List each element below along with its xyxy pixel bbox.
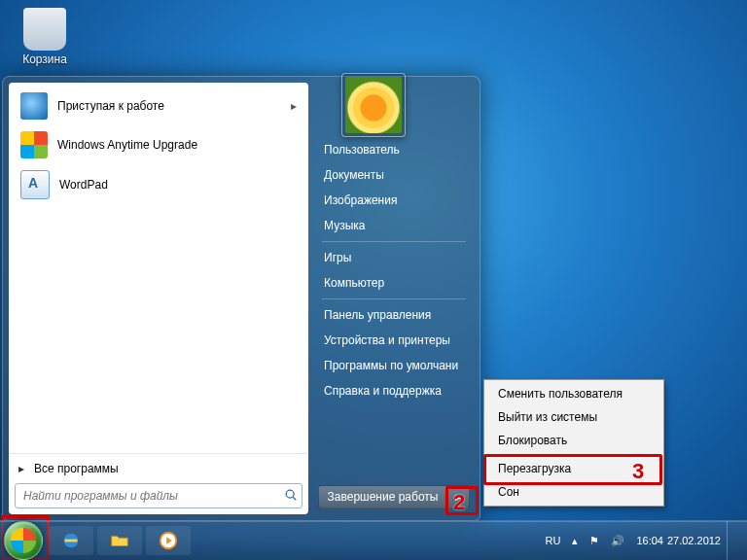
right-item-documents[interactable]: Документы	[312, 162, 476, 188]
program-item-anytime-upgrade[interactable]: Windows Anytime Upgrade	[13, 125, 304, 164]
tray-volume[interactable]: 🔊	[605, 521, 630, 560]
chevron-up-icon: ▴	[572, 535, 578, 547]
power-item-lock[interactable]: Блокировать	[486, 429, 661, 452]
right-item-devices[interactable]: Устройства и принтеры	[312, 328, 476, 353]
start-menu: Приступая к работе ▸ Windows Anytime Upg…	[2, 76, 480, 521]
wordpad-icon	[20, 170, 50, 199]
all-programs-label: Все программы	[34, 462, 119, 475]
search-box[interactable]	[15, 483, 302, 508]
shutdown-button[interactable]: Завершение работы	[318, 485, 446, 508]
separator	[322, 298, 466, 299]
taskbar: RU ▴ ⚑ 🔊 16:04 27.02.2012	[0, 520, 747, 560]
clock-time: 16:04	[636, 534, 663, 547]
tray-clock[interactable]: 16:04 27.02.2012	[630, 521, 727, 560]
desktop: Корзина Приступая к работе ▸ Windows Any…	[0, 0, 747, 560]
power-item-switch-user[interactable]: Сменить пользователя	[486, 382, 661, 405]
recycle-bin-label: Корзина	[16, 52, 74, 66]
flag-icon: ⚑	[589, 535, 599, 547]
taskbar-item-media-player[interactable]	[146, 526, 191, 555]
media-player-icon	[158, 530, 179, 551]
search-icon	[280, 488, 302, 505]
program-label: Приступая к работе	[57, 99, 164, 113]
tray-action-center[interactable]: ⚑	[584, 521, 605, 560]
all-programs-button[interactable]: ▸ Все программы	[9, 453, 308, 483]
right-item-computer[interactable]: Компьютер	[312, 270, 476, 296]
svg-line-1	[293, 497, 296, 500]
power-item-logoff[interactable]: Выйти из системы	[486, 405, 661, 429]
right-item-user[interactable]: Пользователь	[312, 137, 476, 162]
right-item-default-programs[interactable]: Программы по умолчани	[312, 353, 476, 378]
getting-started-icon	[20, 92, 48, 120]
power-options-menu: Сменить пользователя Выйти из системы Бл…	[483, 379, 664, 507]
program-label: WordPad	[59, 178, 108, 192]
annotation-marker-2: 2	[453, 490, 465, 515]
separator	[322, 241, 466, 242]
tray-language[interactable]: RU	[540, 521, 567, 560]
taskbar-item-ie[interactable]	[49, 526, 93, 555]
svg-point-0	[286, 490, 294, 498]
right-item-music[interactable]: Музыка	[312, 213, 476, 238]
submenu-arrow-icon: ▸	[291, 99, 297, 113]
triangle-right-icon: ▸	[18, 462, 24, 475]
shutdown-label: Завершение работы	[328, 490, 439, 504]
right-item-help[interactable]: Справка и поддержка	[312, 378, 476, 403]
user-picture-frame[interactable]	[341, 73, 406, 137]
search-input[interactable]	[16, 489, 280, 503]
program-item-wordpad[interactable]: WordPad	[13, 164, 304, 205]
taskbar-item-explorer[interactable]	[97, 526, 142, 555]
program-item-getting-started[interactable]: Приступая к работе ▸	[13, 87, 304, 125]
windows-anytime-icon	[20, 131, 48, 158]
speaker-icon: 🔊	[611, 535, 624, 547]
annotation-marker-3: 3	[632, 459, 644, 484]
system-tray: RU ▴ ⚑ 🔊 16:04 27.02.2012	[540, 521, 747, 560]
start-menu-right-pane: Пользователь Документы Изображения Музык…	[308, 77, 480, 520]
folder-icon	[109, 530, 130, 551]
right-item-pictures[interactable]: Изображения	[312, 188, 476, 213]
ie-icon	[60, 530, 82, 551]
clock-date: 27.02.2012	[667, 534, 721, 547]
program-label: Windows Anytime Upgrade	[57, 138, 197, 152]
program-list: Приступая к работе ▸ Windows Anytime Upg…	[9, 83, 308, 453]
right-item-games[interactable]: Игры	[312, 245, 476, 270]
start-menu-left-pane: Приступая к работе ▸ Windows Anytime Upg…	[9, 83, 308, 514]
user-picture-icon	[345, 77, 402, 133]
show-desktop-button[interactable]	[727, 521, 747, 560]
start-button[interactable]	[4, 521, 43, 560]
recycle-bin-icon	[23, 8, 66, 51]
tray-show-hidden-icons[interactable]: ▴	[566, 521, 584, 560]
recycle-bin[interactable]: Корзина	[16, 8, 74, 66]
right-item-control-panel[interactable]: Панель управления	[312, 302, 476, 328]
